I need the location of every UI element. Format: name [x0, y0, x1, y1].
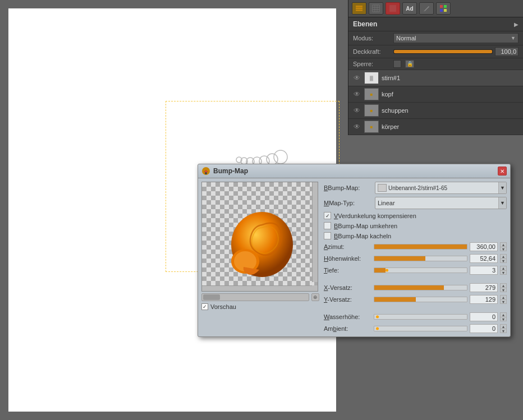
- panel-collapse-arrow[interactable]: ▶: [514, 21, 519, 27]
- hohenwinkel-up[interactable]: ▲: [500, 254, 507, 259]
- x-versatz-track[interactable]: [374, 285, 467, 290]
- azimut-spin[interactable]: ▲ ▼: [500, 242, 507, 251]
- preview-image-container: [201, 182, 318, 292]
- ad-icon-btn[interactable]: Ad: [402, 2, 417, 15]
- layer-name-kopf: kopf: [382, 91, 393, 98]
- y-versatz-value: 129: [470, 295, 498, 304]
- eye-icon-korper[interactable]: 👁: [352, 122, 362, 131]
- ambient-value: 0: [470, 324, 498, 333]
- preview-controls: ⊕: [201, 293, 319, 301]
- azimut-down[interactable]: ▼: [500, 247, 507, 251]
- wasserhohe-down[interactable]: ▼: [500, 317, 507, 321]
- dialog-icon: [201, 167, 210, 176]
- preview-scroll-h-bar[interactable]: [201, 293, 309, 301]
- svg-point-17: [205, 172, 207, 174]
- brush-icon-btn[interactable]: [419, 2, 434, 15]
- deckkraft-slider-track[interactable]: [393, 49, 493, 54]
- preview-scroll-thumb: [203, 294, 220, 300]
- eye-icon-kopf[interactable]: 👁: [352, 90, 362, 99]
- icon-bar: Ad: [348, 0, 523, 17]
- tiefe-up[interactable]: ▲: [500, 266, 507, 270]
- tiefe-row: Tiefe: 3 ▲ ▼: [324, 266, 507, 275]
- sperre-row: Sperre: 🔒: [348, 58, 523, 70]
- deckkraft-value: 100,0: [495, 47, 519, 56]
- x-versatz-spin[interactable]: ▲ ▼: [500, 283, 507, 292]
- modus-value: Normal ▼: [393, 33, 519, 43]
- ambient-track[interactable]: [374, 326, 467, 331]
- wasserhohe-up[interactable]: ▲: [500, 312, 507, 317]
- preview-hscrollbar[interactable]: [202, 285, 312, 291]
- vorschau-checkbox[interactable]: ✓: [201, 303, 208, 310]
- tiefe-track[interactable]: [374, 267, 467, 273]
- wasserhohe-label: Wasserhöhe:: [324, 313, 371, 320]
- vorschau-label: Vorschau: [210, 303, 236, 310]
- map-typ-dropdown[interactable]: Linear ▼: [375, 197, 507, 209]
- svg-rect-8: [356, 8, 363, 10]
- eye-icon-stirn[interactable]: 👁: [352, 73, 362, 82]
- y-versatz-down[interactable]: ▼: [500, 299, 507, 304]
- bump-map-label: BBump-Map:: [324, 184, 371, 191]
- azimut-up[interactable]: ▲: [500, 242, 507, 247]
- tiefe-spin[interactable]: ▲ ▼: [500, 266, 507, 275]
- layer-thumb-korper: ■: [364, 121, 379, 133]
- y-versatz-spin[interactable]: ▲ ▼: [500, 295, 507, 304]
- wasserhohe-track[interactable]: [374, 314, 467, 320]
- ambient-down[interactable]: ▼: [500, 329, 507, 333]
- bump-map-dropdown[interactable]: Unbenannt-2/stirn#1-65 ▼: [375, 182, 507, 194]
- layer-thumb-kopf: ■: [364, 88, 379, 100]
- layers-icon-btn[interactable]: [352, 2, 366, 15]
- check-verdunkelung[interactable]: ✓: [324, 212, 331, 219]
- x-versatz-fill: [374, 285, 444, 290]
- check-umkehren[interactable]: [324, 222, 331, 229]
- texture-icon-btn[interactable]: [369, 2, 383, 15]
- layer-item-stirn[interactable]: 👁 ▓ stirn#1: [348, 70, 523, 86]
- ambient-spin[interactable]: ▲ ▼: [500, 324, 507, 333]
- svg-rect-12: [440, 5, 443, 8]
- lock-icon[interactable]: 🔒: [405, 60, 414, 68]
- layer-name-schuppen: schuppen: [382, 107, 409, 114]
- map-typ-row: MMap-Typ: Linear ▼: [324, 197, 507, 209]
- azimut-value: 360,00: [470, 242, 498, 251]
- hohenwinkel-track[interactable]: [374, 256, 467, 261]
- tiefe-down[interactable]: ▼: [500, 270, 507, 275]
- map-typ-label: MMap-Typ:: [324, 200, 371, 206]
- layer-item-korper[interactable]: 👁 ■ körper: [348, 119, 523, 135]
- y-versatz-track[interactable]: [374, 297, 467, 302]
- svg-point-1: [267, 154, 278, 165]
- y-versatz-up[interactable]: ▲: [500, 295, 507, 299]
- layer-item-schuppen[interactable]: 👁 ■ schuppen: [348, 103, 523, 119]
- palette-icon-btn[interactable]: [436, 2, 451, 15]
- color-icon-btn[interactable]: [386, 2, 400, 15]
- bump-preview-svg: [214, 186, 301, 284]
- svg-point-0: [274, 150, 287, 164]
- y-versatz-row: Y-Versatz: 129 ▲ ▼: [324, 295, 507, 304]
- preview-vscrollbar[interactable]: [312, 182, 318, 282]
- layer-item-kopf[interactable]: 👁 ■ kopf: [348, 86, 523, 103]
- ambient-marker: [376, 327, 379, 330]
- hohenwinkel-down[interactable]: ▼: [500, 259, 507, 263]
- layer-name-stirn: stirn#1: [382, 75, 400, 81]
- layer-name-korper: körper: [382, 123, 399, 130]
- dialog-close-button[interactable]: ✕: [498, 167, 507, 176]
- ambient-up[interactable]: ▲: [500, 324, 507, 329]
- wasserhohe-spin[interactable]: ▲ ▼: [500, 312, 507, 321]
- modus-dropdown[interactable]: Normal ▼: [393, 33, 519, 43]
- x-versatz-row: X-Versatz: 279 ▲ ▼: [324, 283, 507, 292]
- svg-rect-10: [373, 5, 379, 12]
- check-kacheln[interactable]: [324, 232, 331, 239]
- ambient-label: Ambient:: [324, 325, 371, 332]
- x-versatz-up[interactable]: ▲: [500, 283, 507, 288]
- panel-title: Ebenen: [353, 20, 377, 28]
- dialog-body: ⊕ ✓ Vorschau BBump-Map: Unbenannt-2/stir…: [198, 178, 510, 336]
- tiefe-value: 3: [470, 266, 498, 275]
- eye-icon-schuppen[interactable]: 👁: [352, 106, 362, 115]
- hohenwinkel-spin[interactable]: ▲ ▼: [500, 254, 507, 263]
- vorschau-row: ✓ Vorschau: [201, 303, 319, 310]
- check-umkehren-row: BBump-Map umkehren: [324, 222, 507, 229]
- x-versatz-down[interactable]: ▼: [500, 288, 507, 292]
- azimut-label: Azimut:: [324, 243, 371, 250]
- azimut-track[interactable]: [374, 244, 467, 250]
- sperre-checkbox-1[interactable]: [393, 60, 401, 68]
- hohenwinkel-label: Höhenwinkel:: [324, 255, 371, 262]
- preview-expand-btn[interactable]: ⊕: [311, 293, 319, 301]
